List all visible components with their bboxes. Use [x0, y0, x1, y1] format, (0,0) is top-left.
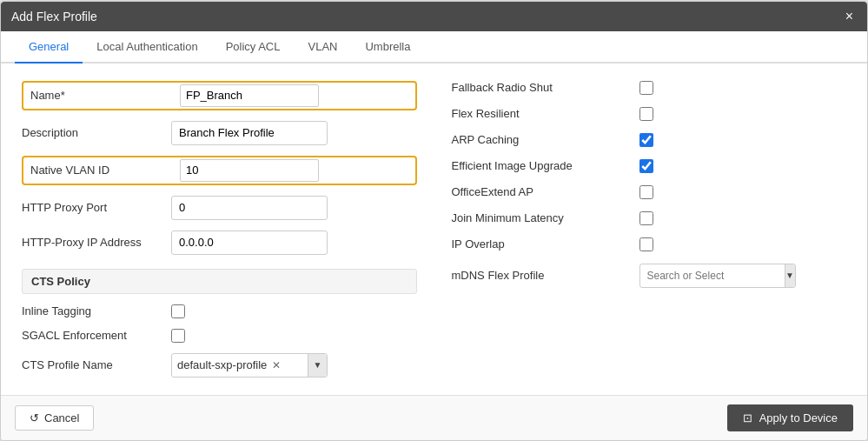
apply-to-device-button[interactable]: ⊡ Apply to Device: [727, 404, 853, 431]
fallback-radio-label: Fallback Radio Shut: [452, 81, 626, 94]
tab-umbrella[interactable]: Umbrella: [351, 31, 424, 63]
cts-profile-dropdown-arrow[interactable]: ▼: [308, 354, 327, 377]
mdns-dropdown-arrow[interactable]: ▼: [785, 264, 795, 287]
arp-caching-row: ARP Caching: [452, 133, 847, 147]
native-vlan-label: Native VLAN ID: [30, 164, 169, 177]
close-button[interactable]: ×: [842, 9, 857, 24]
add-flex-profile-modal: Add Flex Profile × General Local Authent…: [0, 1, 868, 441]
cancel-icon: ↺: [30, 411, 39, 424]
cts-profile-value: default-sxp-profile ✕: [172, 358, 308, 371]
http-proxy-ip-input[interactable]: [171, 231, 328, 255]
cts-profile-clear-button[interactable]: ✕: [270, 359, 282, 371]
tab-vlan[interactable]: VLAN: [295, 31, 352, 63]
efficient-image-label: Efficient Image Upgrade: [452, 159, 626, 172]
modal-footer: ↺ Cancel ⊡ Apply to Device: [1, 395, 867, 440]
office-extend-label: OfficeExtend AP: [452, 185, 626, 198]
name-row-highlighted: Name*: [22, 81, 417, 110]
flex-resilient-label: Flex Resilient: [452, 107, 626, 120]
mdns-search-input[interactable]: [640, 270, 785, 282]
inline-tagging-checkbox[interactable]: [171, 304, 185, 318]
description-input[interactable]: [171, 121, 328, 145]
efficient-image-checkbox[interactable]: [639, 159, 653, 173]
sgacl-label: SGACL Enforcement: [22, 329, 161, 342]
native-vlan-row-highlighted: Native VLAN ID: [22, 156, 417, 185]
office-extend-checkbox[interactable]: [639, 185, 653, 199]
cts-policy-label: CTS Policy: [31, 275, 90, 288]
modal-body: Name* Description Native VLAN ID HTTP Pr…: [1, 63, 867, 395]
http-proxy-ip-label: HTTP-Proxy IP Address: [22, 236, 161, 249]
fallback-radio-row: Fallback Radio Shut: [452, 81, 847, 95]
inline-tagging-label: Inline Tagging: [22, 304, 161, 317]
modal-title: Add Flex Profile: [11, 10, 97, 23]
description-label: Description: [22, 126, 161, 139]
join-min-latency-checkbox[interactable]: [639, 211, 653, 225]
description-row: Description: [22, 121, 417, 145]
ip-overlap-row: IP Overlap: [452, 237, 847, 251]
cts-profile-select[interactable]: default-sxp-profile ✕ ▼: [171, 353, 328, 378]
cancel-button[interactable]: ↺ Cancel: [15, 405, 94, 431]
arp-caching-checkbox[interactable]: [639, 133, 653, 147]
cancel-label: Cancel: [44, 411, 79, 424]
apply-icon: ⊡: [743, 411, 752, 424]
fallback-radio-checkbox[interactable]: [639, 81, 653, 95]
modal-header: Add Flex Profile ×: [1, 2, 867, 31]
join-min-latency-label: Join Minimum Latency: [452, 211, 626, 224]
sgacl-checkbox[interactable]: [171, 329, 185, 343]
tab-local-authentication[interactable]: Local Authentication: [83, 31, 211, 63]
http-proxy-port-row: HTTP Proxy Port: [22, 196, 417, 220]
flex-resilient-checkbox[interactable]: [639, 107, 653, 121]
http-proxy-port-input[interactable]: [171, 196, 328, 220]
native-vlan-input[interactable]: [180, 159, 319, 182]
ip-overlap-checkbox[interactable]: [639, 237, 653, 251]
tabs-container: General Local Authentication Policy ACL …: [1, 31, 867, 63]
efficient-image-row: Efficient Image Upgrade: [452, 159, 847, 173]
tab-policy-acl[interactable]: Policy ACL: [212, 31, 295, 63]
mdns-select[interactable]: ▼: [639, 264, 796, 288]
http-proxy-port-label: HTTP Proxy Port: [22, 201, 161, 214]
cts-policy-section: CTS Policy: [22, 269, 417, 294]
flex-resilient-row: Flex Resilient: [452, 107, 847, 121]
inline-tagging-row: Inline Tagging: [22, 304, 417, 318]
tab-general[interactable]: General: [15, 31, 83, 63]
ip-overlap-label: IP Overlap: [452, 237, 626, 251]
cts-profile-row: CTS Profile Name default-sxp-profile ✕ ▼: [22, 353, 417, 378]
join-min-latency-row: Join Minimum Latency: [452, 211, 847, 225]
apply-label: Apply to Device: [759, 411, 838, 424]
mdns-row: mDNS Flex Profile ▼: [452, 264, 847, 288]
name-label: Name*: [30, 89, 169, 102]
arp-caching-label: ARP Caching: [452, 133, 626, 146]
office-extend-row: OfficeExtend AP: [452, 185, 847, 199]
left-column: Name* Description Native VLAN ID HTTP Pr…: [22, 81, 417, 378]
mdns-label: mDNS Flex Profile: [452, 269, 626, 282]
sgacl-row: SGACL Enforcement: [22, 329, 417, 343]
cts-profile-label: CTS Profile Name: [22, 358, 161, 371]
http-proxy-ip-row: HTTP-Proxy IP Address: [22, 231, 417, 255]
right-column: Fallback Radio Shut Flex Resilient ARP C…: [452, 81, 847, 378]
name-input[interactable]: [180, 84, 319, 107]
